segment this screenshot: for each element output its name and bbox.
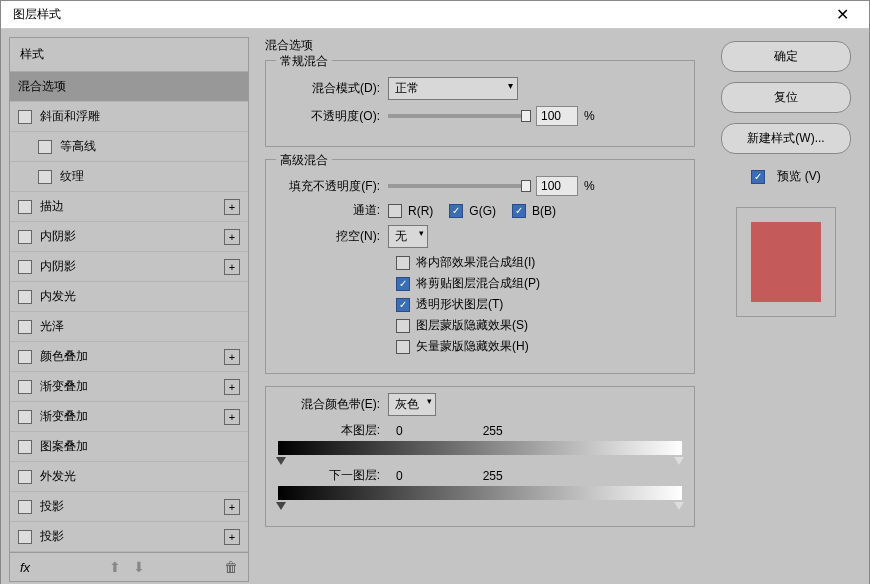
opacity-label: 不透明度(O): — [278, 108, 388, 125]
style-checkbox[interactable] — [18, 440, 32, 454]
style-row[interactable]: 颜色叠加+ — [10, 342, 248, 372]
blend-if-label: 混合颜色带(E): — [278, 396, 388, 413]
style-checkbox[interactable] — [18, 320, 32, 334]
channel-b-checkbox[interactable]: ✓ — [512, 204, 526, 218]
arrow-down-icon[interactable]: ⬇ — [133, 559, 145, 575]
style-checkbox[interactable] — [18, 350, 32, 364]
style-label: 等高线 — [60, 138, 240, 155]
blend-if-select[interactable]: 灰色 — [388, 393, 436, 416]
reset-button[interactable]: 复位 — [721, 82, 851, 113]
add-effect-icon[interactable]: + — [224, 409, 240, 425]
preview-swatch — [751, 222, 821, 302]
add-effect-icon[interactable]: + — [224, 499, 240, 515]
style-label: 图案叠加 — [40, 438, 240, 455]
style-label: 投影 — [40, 498, 224, 515]
arrow-up-icon[interactable]: ⬆ — [109, 559, 121, 575]
style-label: 渐变叠加 — [40, 378, 224, 395]
style-label: 混合选项 — [18, 78, 240, 95]
style-label: 纹理 — [60, 168, 240, 185]
style-checkbox[interactable] — [38, 170, 52, 184]
style-row[interactable]: 内阴影+ — [10, 252, 248, 282]
this-white-stop[interactable] — [674, 457, 684, 465]
trash-icon[interactable]: 🗑 — [224, 559, 238, 575]
preview-toggle[interactable]: ✓ 预览 (V) — [751, 168, 820, 185]
add-effect-icon[interactable]: + — [224, 259, 240, 275]
style-row[interactable]: 图案叠加 — [10, 432, 248, 462]
style-label: 渐变叠加 — [40, 408, 224, 425]
ok-button[interactable]: 确定 — [721, 41, 851, 72]
under-layer-gradient[interactable] — [278, 486, 682, 500]
style-label: 投影 — [40, 528, 224, 545]
preview-checkbox[interactable]: ✓ — [751, 170, 765, 184]
style-row[interactable]: 等高线 — [10, 132, 248, 162]
style-checkbox[interactable] — [18, 470, 32, 484]
vector-mask-hides-checkbox[interactable] — [396, 340, 410, 354]
style-checkbox[interactable] — [18, 200, 32, 214]
style-checkbox[interactable] — [18, 230, 32, 244]
layer-mask-hides-checkbox[interactable] — [396, 319, 410, 333]
add-effect-icon[interactable]: + — [224, 349, 240, 365]
channel-r-label: R(R) — [408, 204, 433, 218]
style-checkbox[interactable] — [18, 380, 32, 394]
knockout-select[interactable]: 无 — [388, 225, 428, 248]
under-lo: 0 — [396, 469, 403, 483]
opacity-input[interactable]: 100 — [536, 106, 578, 126]
style-row[interactable]: 外发光 — [10, 462, 248, 492]
layer-mask-hides-label: 图层蒙版隐藏效果(S) — [416, 317, 528, 334]
channel-g-checkbox[interactable]: ✓ — [449, 204, 463, 218]
under-white-stop[interactable] — [674, 502, 684, 510]
blend-mode-select[interactable]: 正常 — [388, 77, 518, 100]
style-row[interactable]: 投影+ — [10, 522, 248, 552]
this-hi: 255 — [483, 424, 503, 438]
style-row[interactable]: 内发光 — [10, 282, 248, 312]
styles-footer: fx ⬆ ⬇ 🗑 — [9, 553, 249, 582]
style-row[interactable]: 内阴影+ — [10, 222, 248, 252]
channel-r-checkbox[interactable] — [388, 204, 402, 218]
blend-if-group: 混合颜色带(E): 灰色 本图层: 0255 下一图层: 0255 — [265, 386, 695, 527]
under-black-stop[interactable] — [276, 502, 286, 510]
style-checkbox[interactable] — [18, 530, 32, 544]
blend-mode-label: 混合模式(D): — [278, 80, 388, 97]
style-checkbox[interactable] — [18, 290, 32, 304]
channels-label: 通道: — [278, 202, 388, 219]
this-layer-label: 本图层: — [278, 422, 388, 439]
fx-icon[interactable]: fx — [20, 560, 30, 575]
add-effect-icon[interactable]: + — [224, 529, 240, 545]
style-row[interactable]: 渐变叠加+ — [10, 402, 248, 432]
style-row[interactable]: 描边+ — [10, 192, 248, 222]
style-checkbox[interactable] — [18, 410, 32, 424]
close-icon[interactable]: ✕ — [828, 1, 857, 28]
blend-interior-checkbox[interactable] — [396, 256, 410, 270]
style-row[interactable]: 斜面和浮雕 — [10, 102, 248, 132]
style-checkbox[interactable] — [18, 260, 32, 274]
style-row[interactable]: 混合选项 — [10, 72, 248, 102]
channels-group: R(R) ✓G(G) ✓B(B) — [388, 204, 556, 218]
blend-clipped-checkbox[interactable]: ✓ — [396, 277, 410, 291]
style-row[interactable]: 渐变叠加+ — [10, 372, 248, 402]
fill-opacity-slider[interactable] — [388, 184, 528, 188]
under-layer-label: 下一图层: — [278, 467, 388, 484]
opacity-pct: % — [584, 109, 595, 123]
style-checkbox[interactable] — [18, 110, 32, 124]
style-checkbox[interactable] — [18, 500, 32, 514]
style-label: 内阴影 — [40, 258, 224, 275]
new-style-button[interactable]: 新建样式(W)... — [721, 123, 851, 154]
add-effect-icon[interactable]: + — [224, 199, 240, 215]
opacity-slider[interactable] — [388, 114, 528, 118]
channel-g-label: G(G) — [469, 204, 496, 218]
this-layer-gradient[interactable] — [278, 441, 682, 455]
transparency-shapes-checkbox[interactable]: ✓ — [396, 298, 410, 312]
style-label: 内阴影 — [40, 228, 224, 245]
fill-opacity-label: 填充不透明度(F): — [278, 178, 388, 195]
blend-clipped-label: 将剪贴图层混合成组(P) — [416, 275, 540, 292]
center-panel: 混合选项 常规混合 混合模式(D): 正常 不透明度(O): 100 % 高级混… — [261, 37, 699, 582]
fill-opacity-input[interactable]: 100 — [536, 176, 578, 196]
add-effect-icon[interactable]: + — [224, 229, 240, 245]
style-row[interactable]: 光泽 — [10, 312, 248, 342]
style-label: 光泽 — [40, 318, 240, 335]
style-row[interactable]: 投影+ — [10, 492, 248, 522]
style-checkbox[interactable] — [38, 140, 52, 154]
add-effect-icon[interactable]: + — [224, 379, 240, 395]
this-black-stop[interactable] — [276, 457, 286, 465]
style-row[interactable]: 纹理 — [10, 162, 248, 192]
